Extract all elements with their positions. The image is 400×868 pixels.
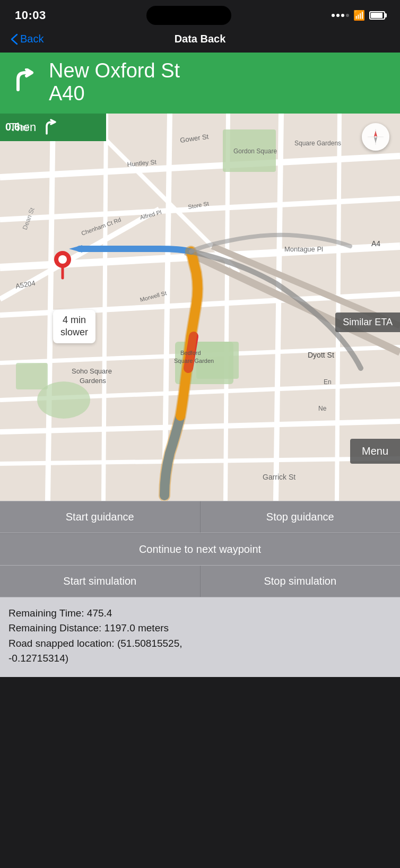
menu-button[interactable]: Menu xyxy=(350,439,400,464)
compass[interactable] xyxy=(362,123,389,151)
back-button[interactable]: Back xyxy=(11,33,44,45)
simulation-row: Start simulation Stop simulation xyxy=(0,565,400,597)
turn-arrow-icon xyxy=(11,67,40,97)
svg-text:Ne: Ne xyxy=(318,405,327,412)
status-bar: 10:03 📶 xyxy=(0,0,400,29)
stop-simulation-button[interactable]: Stop simulation xyxy=(201,566,401,597)
guidance-row: Start guidance Stop guidance xyxy=(0,501,400,533)
svg-text:Soho Square: Soho Square xyxy=(72,367,112,375)
info-panel: Remaining Time: 475.4 Remaining Distance… xyxy=(0,597,400,677)
waypoint-row: Continue to next waypoint xyxy=(0,533,400,565)
start-guidance-button[interactable]: Start guidance xyxy=(0,501,201,533)
status-icons: 📶 xyxy=(332,10,385,21)
wifi-icon: 📶 xyxy=(353,10,365,21)
nav-bar: Back Data Back xyxy=(0,29,400,53)
direction-road: A40 xyxy=(49,82,180,105)
nav-title: Data Back xyxy=(175,33,226,45)
map-background: Gower St Huntley St Gordon Square Square… xyxy=(0,114,400,501)
svg-text:Gardens: Gardens xyxy=(80,377,106,385)
then-turn-icon xyxy=(42,119,59,136)
svg-point-26 xyxy=(58,255,67,264)
svg-text:Square Garden: Square Garden xyxy=(174,358,214,364)
direction-banner: New Oxford St A40 xyxy=(0,53,400,114)
distance-unit: mi xyxy=(20,123,29,132)
eta-text: Similar ETA xyxy=(343,317,393,327)
notch xyxy=(146,6,231,25)
svg-text:Square Gardens: Square Gardens xyxy=(294,140,341,147)
svg-text:A4: A4 xyxy=(371,239,380,248)
signal-icon xyxy=(332,14,349,17)
compass-icon xyxy=(368,129,384,145)
slower-text: 4 minslower xyxy=(60,315,88,337)
svg-text:En: En xyxy=(324,378,332,386)
status-time: 10:03 xyxy=(15,8,46,22)
back-label: Back xyxy=(20,33,44,45)
continue-waypoint-button[interactable]: Continue to next waypoint xyxy=(0,533,400,565)
svg-text:Bedford: Bedford xyxy=(180,350,201,356)
svg-line-10 xyxy=(103,114,106,501)
distance-badge: 0.6mi xyxy=(0,115,34,134)
bottom-controls: Start guidance Stop guidance Continue to… xyxy=(0,501,400,677)
start-simulation-button[interactable]: Start simulation xyxy=(0,566,201,597)
svg-text:Dyott St: Dyott St xyxy=(308,351,334,359)
callout-slower: 4 minslower xyxy=(53,310,95,343)
battery-icon xyxy=(369,11,385,20)
svg-text:Garrick St: Garrick St xyxy=(263,473,295,481)
svg-rect-21 xyxy=(16,363,48,389)
svg-text:Montague Pl: Montague Pl xyxy=(284,245,323,253)
svg-point-22 xyxy=(37,381,90,419)
map-container[interactable]: Then 0.6mi xyxy=(0,114,400,501)
callout-eta: Similar ETA xyxy=(335,313,400,332)
road-snapped-line2: -0.12715314) xyxy=(8,651,392,666)
remaining-distance: Remaining Distance: 1197.0 meters xyxy=(8,621,392,636)
direction-street: New Oxford St xyxy=(49,60,180,82)
svg-text:Gordon Square: Gordon Square xyxy=(233,147,277,155)
svg-line-14 xyxy=(337,114,340,501)
road-snapped-line1: Road snapped location: (51.50815525, xyxy=(8,636,392,652)
stop-guidance-button[interactable]: Stop guidance xyxy=(201,501,401,533)
direction-text: New Oxford St A40 xyxy=(49,60,180,105)
remaining-time: Remaining Time: 475.4 xyxy=(8,606,392,621)
distance-value: 0.6 xyxy=(5,121,20,133)
